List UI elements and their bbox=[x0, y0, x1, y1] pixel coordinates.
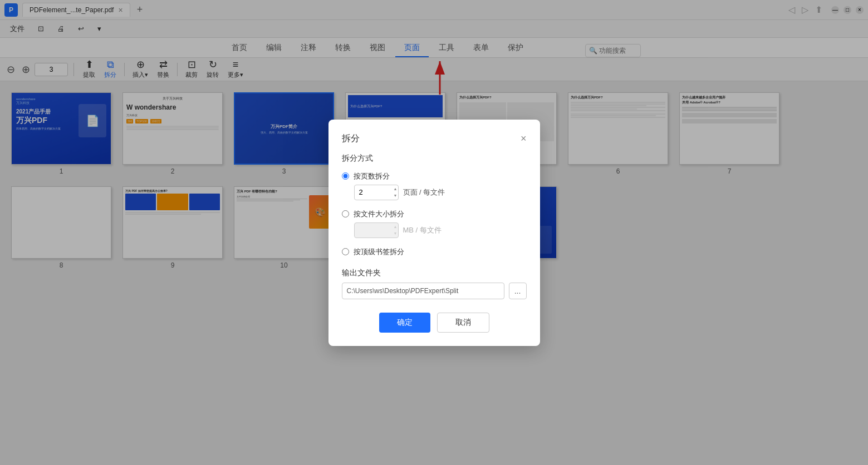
radio-by-size-label: 按文件大小拆分 bbox=[354, 209, 404, 219]
output-path-input[interactable]: C:\Users\ws\Desktop\PDFExpert\Split bbox=[342, 283, 504, 299]
output-label: 输出文件夹 bbox=[342, 268, 527, 278]
file-size-spinner: ▲ ▼ bbox=[354, 222, 399, 238]
page-count-spinner: 2 ▲ ▼ bbox=[354, 185, 399, 200]
split-section-title: 拆分方式 bbox=[342, 154, 527, 164]
size-spin-up-btn[interactable]: ▲ bbox=[394, 224, 398, 230]
split-option-by-size: 按文件大小拆分 ▲ ▼ MB / 每文件 bbox=[342, 209, 527, 238]
modal-overlay: 拆分 × 拆分方式 按页数拆分 2 ▲ ▼ bbox=[0, 0, 868, 465]
output-row: C:\Users\ws\Desktop\PDFExpert\Split ... bbox=[342, 283, 527, 299]
size-spin-down-btn[interactable]: ▼ bbox=[394, 230, 398, 237]
split-option-by-page: 按页数拆分 2 ▲ ▼ 页面 / 每文件 bbox=[342, 171, 527, 200]
modal-header: 拆分 × bbox=[342, 133, 527, 145]
browse-btn[interactable]: ... bbox=[509, 283, 527, 299]
modal-footer: 确定 取消 bbox=[342, 313, 527, 333]
spin-down-btn[interactable]: ▼ bbox=[394, 192, 398, 199]
radio-by-size-input[interactable] bbox=[342, 210, 349, 217]
radio-by-page-label: 按页数拆分 bbox=[354, 171, 390, 181]
modal-close-btn[interactable]: × bbox=[521, 133, 527, 145]
modal-title: 拆分 bbox=[342, 133, 360, 145]
size-spinner-arrows: ▲ ▼ bbox=[394, 222, 398, 238]
radio-by-page[interactable]: 按页数拆分 bbox=[342, 171, 527, 181]
radio-by-bookmark-label: 按顶级书签拆分 bbox=[354, 247, 404, 257]
page-unit-label: 页面 / 每文件 bbox=[403, 187, 445, 197]
split-options: 按页数拆分 2 ▲ ▼ 页面 / 每文件 按文 bbox=[342, 171, 527, 257]
radio-by-bookmark-input[interactable] bbox=[342, 248, 349, 255]
confirm-button[interactable]: 确定 bbox=[379, 313, 430, 333]
output-section: 输出文件夹 C:\Users\ws\Desktop\PDFExpert\Spli… bbox=[342, 268, 527, 299]
cancel-button[interactable]: 取消 bbox=[437, 313, 489, 333]
page-count-input[interactable]: 2 bbox=[354, 185, 399, 200]
size-unit-label: MB / 每文件 bbox=[403, 225, 442, 235]
radio-by-page-input[interactable] bbox=[342, 172, 349, 180]
radio-by-bookmark[interactable]: 按顶级书签拆分 bbox=[342, 247, 527, 257]
split-dialog: 拆分 × 拆分方式 按页数拆分 2 ▲ ▼ bbox=[328, 120, 540, 346]
radio-by-size[interactable]: 按文件大小拆分 bbox=[342, 209, 527, 219]
spinner-arrows: ▲ ▼ bbox=[394, 185, 398, 200]
file-size-row: ▲ ▼ MB / 每文件 bbox=[354, 222, 527, 238]
page-count-row: 2 ▲ ▼ 页面 / 每文件 bbox=[354, 185, 527, 200]
file-size-input[interactable] bbox=[354, 222, 399, 238]
spin-up-btn[interactable]: ▲ bbox=[394, 186, 398, 192]
